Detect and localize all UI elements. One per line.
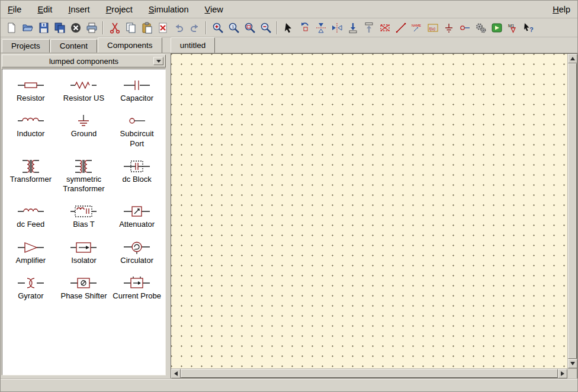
zoom-out-button[interactable] <box>258 20 274 36</box>
save-button[interactable] <box>36 20 52 36</box>
component-label: Ground <box>71 129 97 139</box>
component-item-ground[interactable]: Ground <box>69 113 98 139</box>
component-item-current-probe[interactable]: Current Probe <box>113 275 161 301</box>
settings-button[interactable] <box>473 20 489 36</box>
component-item-isolator[interactable]: Isolator <box>69 240 98 265</box>
new-document-button[interactable] <box>4 20 20 36</box>
amplifier-icon <box>17 240 45 255</box>
component-label: Gyrator <box>18 291 43 301</box>
scroll-down-button[interactable] <box>568 359 577 368</box>
component-label: Bias T <box>73 220 95 229</box>
insert-wire-button[interactable] <box>393 20 409 36</box>
menu-help[interactable]: Help <box>553 5 570 14</box>
menu-insert[interactable]: Insert <box>68 5 89 14</box>
component-palette: Resistor Resistor US Capacitor Inductor … <box>2 69 166 375</box>
floppy-icon <box>38 22 50 34</box>
print-button[interactable] <box>84 20 99 36</box>
magnifier-plus-icon <box>212 22 224 34</box>
schematic-canvas[interactable] <box>171 54 567 368</box>
gyrator-icon <box>17 275 45 291</box>
mirror-x-icon <box>315 22 327 34</box>
marker-button[interactable]: M1 <box>505 20 521 36</box>
menu-simulation[interactable]: Simulation <box>149 5 189 14</box>
component-item-resistor[interactable]: Resistor <box>17 78 45 103</box>
save-all-button[interactable] <box>52 20 68 36</box>
pop-out-button[interactable] <box>361 20 377 36</box>
deactivate-button[interactable] <box>377 20 393 36</box>
open-folder-icon <box>22 22 34 34</box>
component-item-dc-block[interactable]: dc Block <box>123 159 152 184</box>
go-into-subcircuit-button[interactable] <box>345 20 361 36</box>
component-category-value: lumped components <box>49 57 118 66</box>
wire-label-button[interactable]: NAME <box>409 20 425 36</box>
vertical-scrollbar[interactable] <box>567 54 577 368</box>
copy-button[interactable] <box>123 20 139 36</box>
main-area: lumped components Resistor Resistor US C… <box>1 53 577 378</box>
open-file-button[interactable] <box>20 20 36 36</box>
menu-edit[interactable]: Edit <box>37 5 52 14</box>
insert-port-button[interactable] <box>457 20 473 36</box>
tab-projects[interactable]: Projects <box>2 39 50 53</box>
magnifier-fit-icon <box>244 22 256 34</box>
menu-project[interactable]: Project <box>106 5 133 14</box>
redo-button[interactable] <box>187 20 203 36</box>
component-item-capacitor[interactable]: Capacitor <box>120 78 153 103</box>
scroll-up-button[interactable] <box>568 54 577 63</box>
redo-arrow-icon <box>189 22 201 34</box>
zoom-fit-button[interactable] <box>242 20 258 36</box>
cut-button[interactable] <box>107 20 123 36</box>
capacitor-icon <box>123 78 151 93</box>
tab-projects-label: Projects <box>11 41 40 50</box>
close-document-button[interactable] <box>68 20 84 36</box>
paste-button[interactable] <box>139 20 155 36</box>
menu-view[interactable]: View <box>205 5 223 14</box>
application-window: File Edit Insert Project Simulation View… <box>0 0 578 392</box>
undo-button[interactable] <box>171 20 187 36</box>
component-item-inductor[interactable]: Inductor <box>17 113 45 139</box>
mirror-y-button[interactable] <box>329 20 345 36</box>
rotate-icon <box>299 22 311 34</box>
arrow-right-icon <box>561 371 564 376</box>
whats-this-button[interactable]: ? <box>521 20 537 36</box>
tab-content[interactable]: Content <box>50 39 97 53</box>
toolbar-separator <box>205 21 207 34</box>
component-item-attenuator[interactable]: Attenuator <box>119 204 155 229</box>
component-item-amplifier[interactable]: Amplifier <box>16 240 46 265</box>
scroll-right-button[interactable] <box>558 369 567 378</box>
zoom-in-button[interactable] <box>210 20 226 36</box>
tab-untitled[interactable]: untitled <box>171 37 216 53</box>
component-item-phase-shifter[interactable]: Phase Shifter <box>60 275 107 301</box>
delete-button[interactable] <box>155 20 171 36</box>
inductor-icon <box>17 113 45 128</box>
menu-bar: File Edit Insert Project Simulation View… <box>1 1 577 18</box>
components-panel: lumped components Resistor Resistor US C… <box>1 53 168 378</box>
component-item-subcircuit-port[interactable]: Subcircuit Port <box>112 113 162 149</box>
scroll-left-button[interactable] <box>171 369 181 378</box>
component-category-select[interactable]: lumped components <box>2 54 166 68</box>
horizontal-scrollbar[interactable] <box>171 369 567 378</box>
component-label: Amplifier <box>16 256 46 265</box>
printer-icon <box>86 22 98 34</box>
select-button[interactable] <box>281 20 297 36</box>
zoom-100-button[interactable]: 1 <box>226 20 242 36</box>
component-item-circulator[interactable]: Circulator <box>120 240 153 265</box>
mirror-x-button[interactable] <box>313 20 329 36</box>
insert-equation-button[interactable]: f(u) <box>425 20 441 36</box>
component-item-dc-feed[interactable]: dc Feed <box>17 204 45 229</box>
combo-dropdown-button[interactable] <box>153 57 163 65</box>
menu-file[interactable]: File <box>8 5 21 14</box>
component-item-bias-t[interactable]: Bias T <box>69 204 98 229</box>
component-label: dc Feed <box>17 220 44 229</box>
component-item-resistor-us[interactable]: Resistor US <box>63 78 104 103</box>
circulator-icon <box>123 240 151 255</box>
rotate-button[interactable] <box>297 20 313 36</box>
vertical-scroll-thumb[interactable] <box>568 63 577 359</box>
component-label: Resistor <box>17 94 45 103</box>
component-item-symmetric-transformer[interactable]: symmetric Transformer <box>59 159 108 194</box>
component-item-transformer[interactable]: Transformer <box>10 159 52 184</box>
horizontal-scroll-thumb[interactable] <box>181 369 558 378</box>
tab-components[interactable]: Components <box>98 37 162 53</box>
insert-ground-button[interactable] <box>441 20 457 36</box>
component-item-gyrator[interactable]: Gyrator <box>17 275 45 301</box>
simulate-button[interactable] <box>489 20 505 36</box>
